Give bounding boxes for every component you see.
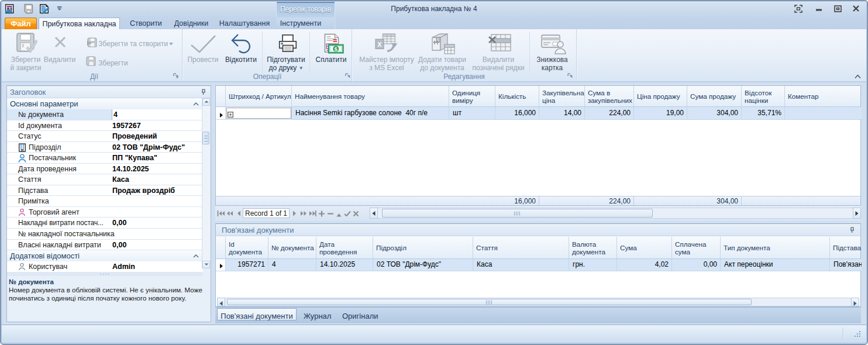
svg-text:X: X: [377, 41, 382, 48]
svg-text:$: $: [335, 46, 338, 52]
